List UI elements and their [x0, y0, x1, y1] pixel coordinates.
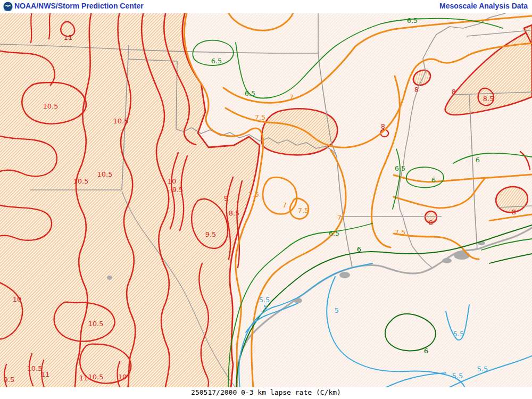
contour-label-5.5: 5.5 [452, 372, 463, 380]
contour-label-6: 6 [476, 156, 480, 164]
hatch-region [262, 109, 338, 155]
contour-label-6.5: 6.5 [329, 229, 340, 237]
contour-label-6.5: 6.5 [211, 57, 222, 65]
contour-label-8.5: 8.5 [483, 95, 494, 103]
contour-label-9.5: 9.5 [205, 230, 217, 238]
contour-label-10.5: 10.5 [88, 373, 104, 381]
noaa-logo-icon [3, 2, 13, 11]
contour-label-7.5: 7.5 [255, 113, 266, 121]
contour-label-9.5: 9.5 [172, 186, 184, 194]
contour-label-7: 7 [337, 213, 342, 221]
contour-label-7.5: 7.5 [298, 206, 309, 214]
contour-label-5.5: 5.5 [477, 365, 488, 373]
lake [454, 251, 470, 260]
contour-label-6.5: 6.5 [245, 89, 256, 97]
contour-label-9: 9 [224, 194, 228, 202]
contour-label-6.5: 6.5 [407, 16, 418, 24]
lake [107, 276, 112, 280]
contour-label-7: 7 [289, 93, 294, 101]
contour-label-11: 11 [41, 370, 50, 378]
map-container: 1110.510.510.510.5109.598.59.51010.510.5… [0, 13, 532, 387]
contour-label-10.5: 10.5 [27, 364, 43, 372]
contour-label-10: 10 [118, 373, 127, 381]
contour-label-5.5: 5.5 [259, 296, 270, 304]
contour-label-6: 6 [431, 176, 436, 184]
header-bar: NOAA/NWS/Storm Prediction Center Mesosca… [0, 0, 532, 13]
contour-label-6: 6 [357, 245, 361, 253]
contour-label-8: 8 [414, 86, 419, 94]
header-right-title: Mesoscale Analysis Data [439, 2, 528, 10]
contour-label-5.5: 5.5 [453, 330, 464, 338]
map-caption: 250517/2000 0-3 km lapse rate (C/km) [191, 388, 341, 396]
footer-bar: 250517/2000 0-3 km lapse rate (C/km) [0, 387, 532, 399]
lake [442, 258, 452, 263]
contour-label-5: 5 [263, 303, 268, 311]
contour-label-11: 11 [64, 34, 73, 41]
contour-label-10.5: 10.5 [73, 177, 89, 185]
map-svg: 1110.510.510.510.5109.598.59.51010.510.5… [0, 13, 532, 387]
contour-label-6.5: 6.5 [395, 164, 406, 172]
lake [339, 272, 350, 278]
contour-label-8: 8 [452, 88, 456, 96]
contour-label-8: 8 [429, 219, 433, 227]
contour-label-9.5: 9.5 [4, 376, 15, 384]
contour-label-7: 7 [282, 201, 287, 209]
contour-label-11: 11 [79, 374, 88, 382]
contour-label-7.5: 7.5 [395, 228, 406, 236]
contour-label-10.5: 10.5 [113, 117, 129, 125]
contour-label-8: 8 [381, 122, 385, 130]
contour-label-10.5: 10.5 [43, 102, 59, 110]
contour-label-10: 10 [13, 295, 22, 303]
contour-label-10.5: 10.5 [97, 170, 113, 178]
contour-label-10: 10 [168, 177, 177, 185]
contour-label-8.5: 8.5 [229, 209, 240, 217]
header-left-title[interactable]: NOAA/NWS/Storm Prediction Center [14, 2, 144, 10]
contour-label-8: 8 [512, 208, 516, 216]
contour-label-10.5: 10.5 [88, 320, 104, 328]
contour-label-5: 5 [335, 306, 339, 314]
contour-label-7.5: 7.5 [248, 190, 260, 198]
contour-label-6: 6 [424, 347, 428, 355]
